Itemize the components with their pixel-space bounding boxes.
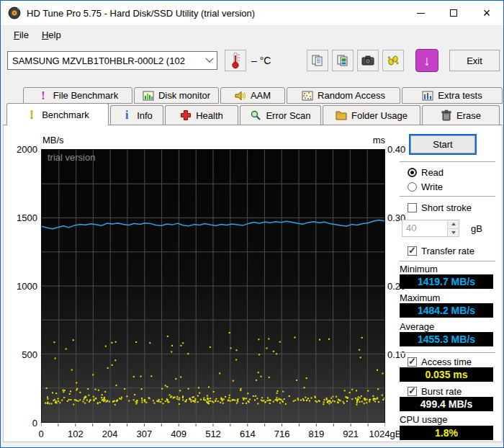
checkbox-icon <box>408 387 417 396</box>
separator <box>400 352 495 354</box>
minimize-button[interactable] <box>404 1 437 25</box>
radio-icon <box>408 168 417 177</box>
menu-help[interactable]: Help <box>35 27 68 43</box>
download-button[interactable] <box>415 49 438 72</box>
transfer-rate-checkbox[interactable]: Transfer rate <box>408 245 474 256</box>
copy-text-button[interactable] <box>307 50 328 71</box>
tab-row-front: Benchmark Info Health Error Scan <box>6 104 501 125</box>
tick-label: 409 <box>171 429 186 439</box>
tick-label: 2000 <box>5 144 37 155</box>
chart-plot-area: trial version <box>41 149 385 423</box>
triangle-down-icon <box>451 231 456 234</box>
checkbox-icon <box>408 246 417 256</box>
tab-info[interactable]: Info <box>110 105 163 125</box>
stepper-down-button[interactable] <box>448 229 459 237</box>
short-stroke-checkbox[interactable]: Short stroke <box>408 202 472 213</box>
average-label: Average <box>400 321 434 332</box>
tab-random-access[interactable]: Random Access <box>287 87 400 104</box>
title-bar: HD Tune Pro 5.75 - Hard Disk/SSD Utility… <box>1 1 503 25</box>
tab-label: Info <box>137 110 153 121</box>
tab-extra-tests[interactable]: Extra tests <box>402 87 503 104</box>
minimize-icon <box>417 13 425 14</box>
left-axis-tick-labels: 2000150010005000 <box>5 149 37 423</box>
separator <box>400 261 495 262</box>
tick-label: 102 <box>68 429 84 439</box>
grid-chart-icon <box>422 90 433 102</box>
window-title: HD Tune Pro 5.75 - Hard Disk/SSD Utility… <box>27 8 255 19</box>
tab-error-scan[interactable]: Error Scan <box>240 105 321 125</box>
close-icon <box>483 6 491 19</box>
exclamation-magenta-icon <box>37 90 49 102</box>
read-label: Read <box>421 167 444 178</box>
magnifier-icon <box>250 109 261 121</box>
tab-label: File Benchmark <box>53 90 118 101</box>
short-stroke-size-stepper[interactable]: 40 <box>402 220 459 237</box>
minimum-value: 1419.7 MB/s <box>400 274 493 289</box>
tab-folder-usage[interactable]: Folder Usage <box>323 105 420 125</box>
burst-rate-checkbox[interactable]: Burst rate <box>408 385 462 397</box>
chart-series-svg <box>42 150 384 422</box>
download-arrow-icon <box>423 54 431 68</box>
triangle-up-icon <box>451 223 456 225</box>
tab-label: Disk monitor <box>158 90 210 101</box>
checkbox-icon <box>408 203 417 212</box>
tab-label: Random Access <box>318 90 385 101</box>
tab-aam[interactable]: AAM <box>220 87 285 104</box>
x-axis-tick-labels: 01022043074095126147168199211024gB <box>41 429 385 439</box>
checkbox-icon <box>408 357 417 367</box>
tab-benchmark[interactable]: Benchmark <box>6 103 109 125</box>
folder-icon <box>336 109 347 121</box>
start-button[interactable]: Start <box>410 135 475 153</box>
tick-label: 0 <box>38 429 43 439</box>
tab-label: Error Scan <box>266 110 310 121</box>
screenshot-button[interactable] <box>357 50 379 71</box>
share-button[interactable] <box>382 50 404 71</box>
hd-tune-app-icon <box>8 6 21 19</box>
close-button[interactable] <box>470 1 503 25</box>
tick-label: 716 <box>274 429 290 439</box>
temperature-button[interactable] <box>225 50 246 71</box>
tick-label: 500 <box>5 349 37 360</box>
exit-button[interactable]: Exit <box>449 50 500 71</box>
radio-icon <box>408 182 417 192</box>
menu-bar: File Help <box>1 25 503 45</box>
write-label: Write <box>421 182 443 192</box>
transfer-rate-label: Transfer rate <box>421 246 474 256</box>
start-label: Start <box>433 139 452 150</box>
tab-health[interactable]: Health <box>165 105 238 125</box>
maximum-label: Maximum <box>400 292 440 303</box>
tab-file-benchmark[interactable]: File Benchmark <box>23 87 132 104</box>
tab-label: AAM <box>251 90 271 101</box>
toolbar: SAMSUNG MZVLB1T0HBLR-000L2 (102 – °C <box>1 45 503 82</box>
average-value: 1455.3 MB/s <box>400 332 493 346</box>
temperature-value: – <box>251 55 257 66</box>
tick-label: 307 <box>137 429 153 439</box>
burst-rate-label: Burst rate <box>421 386 462 397</box>
footprints-icon <box>386 53 400 68</box>
tab-disk-monitor[interactable]: Disk monitor <box>134 87 219 104</box>
tick-label: 512 <box>205 429 221 439</box>
access-time-checkbox[interactable]: Access time <box>408 356 472 367</box>
drive-select-dropdown[interactable]: SAMSUNG MZVLB1T0HBLR-000L2 (102 <box>7 51 217 70</box>
tab-label: Extra tests <box>438 90 482 101</box>
tab-erase[interactable]: Erase <box>422 105 500 125</box>
tick-label: 921 <box>343 429 359 439</box>
stepper-up-button[interactable] <box>448 220 459 229</box>
x-axis-ticks <box>41 424 385 427</box>
menu-file[interactable]: File <box>7 27 35 43</box>
read-radio[interactable]: Read <box>408 166 444 178</box>
thermometer-icon <box>229 51 242 70</box>
copy-image-button[interactable] <box>332 50 354 71</box>
maximize-icon <box>450 9 457 17</box>
maximum-value: 1484.2 MB/s <box>400 303 493 318</box>
maximize-button[interactable] <box>437 1 470 25</box>
minimum-label: Minimum <box>400 264 438 274</box>
short-stroke-label: Short stroke <box>421 202 472 213</box>
tab-label: Benchmark <box>42 109 89 120</box>
scatter-dots-icon <box>302 90 313 102</box>
separator <box>400 161 495 163</box>
bar-chart-icon <box>143 90 154 102</box>
trial-watermark: trial version <box>48 152 95 163</box>
write-radio[interactable]: Write <box>408 181 443 192</box>
cpu-usage-label: CPU usage <box>400 414 447 425</box>
